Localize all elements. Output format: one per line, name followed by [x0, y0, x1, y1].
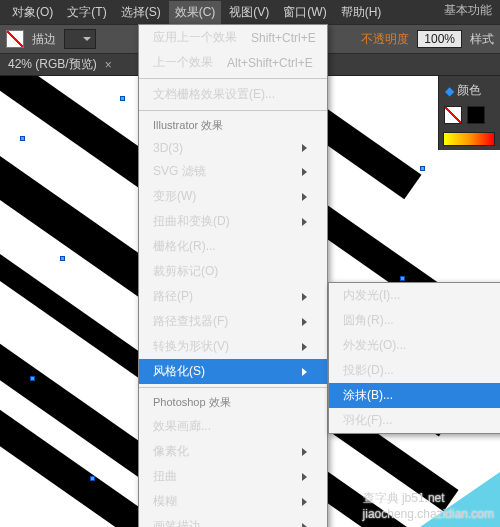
fx-ai-5[interactable]: 裁剪标记(O) — [139, 259, 327, 284]
fx-ps-4[interactable]: 画笔描边 — [139, 514, 327, 527]
fx-ps-3[interactable]: 模糊 — [139, 489, 327, 514]
fx-ai-2[interactable]: 变形(W) — [139, 184, 327, 209]
submenu-arrow-icon — [302, 293, 307, 301]
menu-text[interactable]: 文字(T) — [61, 1, 112, 24]
effects-menu: 应用上一个效果Shift+Ctrl+E上一个效果Alt+Shift+Ctrl+E… — [138, 24, 328, 527]
submenu-arrow-icon — [302, 523, 307, 528]
menu-heading: Illustrator 效果 — [139, 114, 327, 137]
style-label: 样式 — [470, 31, 494, 48]
fx-ai-3[interactable]: 扭曲和变换(D) — [139, 209, 327, 234]
none-swatch-icon[interactable] — [444, 106, 462, 124]
stylize-3[interactable]: 投影(D)... — [329, 358, 500, 383]
stylize-0[interactable]: 内发光(I)... — [329, 283, 500, 308]
chevron-down-icon — [83, 37, 91, 41]
fx-doc-raster[interactable]: 文档栅格效果设置(E)... — [139, 82, 327, 107]
menu-window[interactable]: 窗口(W) — [277, 1, 332, 24]
submenu-arrow-icon — [302, 343, 307, 351]
submenu-arrow-icon — [302, 144, 307, 152]
opacity-label: 不透明度 — [361, 31, 409, 48]
selection-handle[interactable] — [420, 166, 425, 171]
selection-handle[interactable] — [90, 476, 95, 481]
document-tab[interactable]: 42% (RGB/预览) — [8, 56, 97, 73]
stylize-4[interactable]: 涂抹(B)... — [329, 383, 500, 408]
stylize-5[interactable]: 羽化(F)... — [329, 408, 500, 433]
selection-handle[interactable] — [60, 256, 65, 261]
submenu-arrow-icon — [302, 168, 307, 176]
workspace-label[interactable]: 基本功能 — [444, 2, 492, 19]
stylize-1[interactable]: 圆角(R)... — [329, 308, 500, 333]
submenu-arrow-icon — [302, 318, 307, 326]
opacity-value[interactable]: 100% — [417, 30, 462, 48]
submenu-arrow-icon — [302, 218, 307, 226]
stylize-2[interactable]: 外发光(O)... — [329, 333, 500, 358]
fx-ai-8[interactable]: 转换为形状(V) — [139, 334, 327, 359]
separator — [139, 110, 327, 111]
color-panel-title[interactable]: ◆颜色 — [443, 80, 496, 105]
selection-handle[interactable] — [120, 96, 125, 101]
menu-effect[interactable]: 效果(C) — [169, 1, 222, 24]
menu-select[interactable]: 选择(S) — [115, 1, 167, 24]
color-panel: ◆颜色 — [438, 76, 500, 150]
fx-ps-1[interactable]: 像素化 — [139, 439, 327, 464]
fx-ai-0[interactable]: 3D(3) — [139, 137, 327, 159]
stroke-label: 描边 — [32, 31, 56, 48]
fx-ps-2[interactable]: 扭曲 — [139, 464, 327, 489]
submenu-arrow-icon — [302, 473, 307, 481]
fx-recent-1: 上一个效果Alt+Shift+Ctrl+E — [139, 50, 327, 75]
stroke-width-dropdown[interactable] — [64, 29, 96, 49]
fx-ai-6[interactable]: 路径(P) — [139, 284, 327, 309]
submenu-arrow-icon — [302, 193, 307, 201]
stylize-submenu: 内发光(I)...圆角(R)...外发光(O)...投影(D)...涂抹(B).… — [328, 282, 500, 434]
selection-handle[interactable] — [20, 136, 25, 141]
separator — [139, 78, 327, 79]
submenu-arrow-icon — [302, 368, 307, 376]
menu-view[interactable]: 视图(V) — [223, 1, 275, 24]
fill-swatch-none-icon[interactable] — [6, 30, 24, 48]
fx-ai-9[interactable]: 风格化(S) — [139, 359, 327, 384]
submenu-arrow-icon — [302, 448, 307, 456]
black-swatch[interactable] — [467, 106, 485, 124]
menu-heading: Photoshop 效果 — [139, 391, 327, 414]
fx-recent-0: 应用上一个效果Shift+Ctrl+E — [139, 25, 327, 50]
separator — [139, 387, 327, 388]
menubar: 对象(O) 文字(T) 选择(S) 效果(C) 视图(V) 窗口(W) 帮助(H… — [0, 0, 500, 24]
fx-ai-4[interactable]: 栅格化(R)... — [139, 234, 327, 259]
menu-help[interactable]: 帮助(H) — [335, 1, 388, 24]
menu-object[interactable]: 对象(O) — [6, 1, 59, 24]
close-icon[interactable]: × — [105, 58, 112, 72]
gradient-swatch[interactable] — [443, 132, 495, 146]
fx-ps-0[interactable]: 效果画廊... — [139, 414, 327, 439]
fx-ai-1[interactable]: SVG 滤镜 — [139, 159, 327, 184]
fx-ai-7[interactable]: 路径查找器(F) — [139, 309, 327, 334]
selection-handle[interactable] — [400, 276, 405, 281]
submenu-arrow-icon — [302, 498, 307, 506]
watermark: 查字典 jb51.net jiaocheng.chazidian.com — [363, 490, 494, 521]
selection-handle[interactable] — [30, 376, 35, 381]
